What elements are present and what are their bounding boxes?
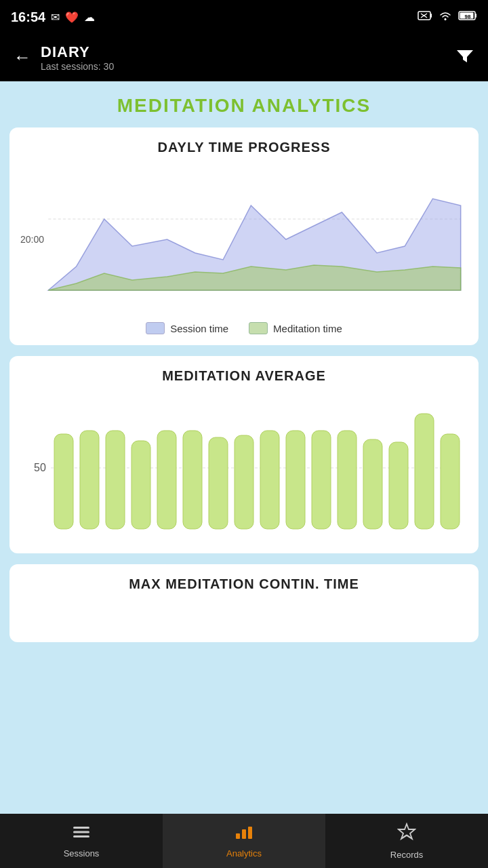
legend-session-time: Session time (146, 322, 228, 334)
status-bar: 16:54 ✉ ❤️ ☁ 98 (0, 0, 488, 34)
chart-legend: Session time Meditation time (20, 322, 468, 334)
max-meditation-title: MAX MEDITATION CONTIN. TIME (20, 576, 468, 592)
filter-button[interactable] (455, 46, 474, 69)
status-left: 16:54 ✉ ❤️ ☁ (11, 9, 95, 25)
svg-rect-15 (106, 431, 125, 529)
max-meditation-card: MAX MEDITATION CONTIN. TIME (9, 564, 479, 642)
svg-rect-30 (73, 831, 89, 833)
y-axis-label: 20:00 (20, 234, 44, 245)
svg-rect-32 (236, 833, 240, 839)
svg-point-4 (445, 18, 447, 20)
svg-marker-9 (457, 50, 473, 62)
svg-rect-14 (80, 431, 99, 529)
area-chart-container: 20:00 (20, 165, 468, 314)
messenger-icon: ✉ (51, 11, 60, 24)
records-icon (397, 823, 416, 846)
records-label: Records (390, 850, 423, 860)
svg-rect-18 (183, 431, 202, 529)
svg-rect-25 (363, 439, 382, 529)
back-button[interactable]: ← (14, 47, 31, 68)
svg-rect-16 (131, 441, 150, 529)
bar-chart-container: 50 (20, 393, 468, 542)
svg-rect-26 (389, 442, 408, 529)
svg-text:98: 98 (465, 14, 471, 20)
header-title-group: DIARY Last sessions: 30 (41, 43, 114, 72)
daily-time-progress-title: DAYLY TIME PROGRESS (20, 140, 468, 155)
main-content: MEDITATION ANALYTICS DAYLY TIME PROGRESS… (0, 81, 488, 814)
sessions-label: Sessions (64, 848, 100, 859)
meditation-average-card: MEDITATION AVERAGE 50 (9, 356, 479, 553)
svg-rect-1 (430, 14, 432, 18)
cloud-icon: ☁ (84, 11, 95, 24)
svg-rect-19 (209, 437, 228, 529)
svg-rect-27 (415, 414, 434, 529)
meditation-average-title: MEDITATION AVERAGE (20, 368, 468, 384)
header-subtitle: Last sessions: 30 (41, 61, 114, 72)
svg-marker-35 (399, 824, 415, 839)
daily-time-progress-card: DAYLY TIME PROGRESS 20:00 Session time M… (9, 127, 479, 345)
battery-x-icon (418, 9, 432, 24)
legend-blue-box (146, 322, 165, 334)
status-time: 16:54 (11, 9, 45, 25)
area-chart-svg (20, 165, 468, 300)
section-title: MEDITATION ANALYTICS (9, 95, 479, 117)
svg-rect-22 (286, 431, 305, 529)
nav-sessions[interactable]: Sessions (0, 814, 163, 868)
analytics-label: Analytics (226, 848, 262, 859)
nav-analytics[interactable]: Analytics (163, 814, 325, 868)
nav-records[interactable]: Records (325, 814, 488, 868)
bottom-nav: Sessions Analytics Records (0, 814, 488, 868)
sessions-icon (72, 824, 91, 845)
svg-rect-6 (475, 14, 476, 18)
header-left: ← DIARY Last sessions: 30 (14, 43, 114, 72)
svg-rect-24 (338, 431, 357, 529)
svg-rect-31 (73, 835, 89, 837)
svg-rect-28 (441, 434, 460, 529)
heart-rate-icon: ❤️ (65, 11, 79, 24)
svg-rect-13 (54, 434, 73, 529)
svg-rect-34 (248, 827, 252, 839)
bar-chart-svg: 50 (20, 393, 468, 536)
status-right-icons: 98 (418, 9, 477, 24)
header-title: DIARY (41, 43, 114, 61)
analytics-icon (235, 824, 253, 845)
legend-meditation-label: Meditation time (273, 323, 342, 334)
legend-green-box (249, 322, 268, 334)
svg-text:50: 50 (34, 462, 46, 473)
svg-rect-29 (73, 827, 89, 829)
header: ← DIARY Last sessions: 30 (0, 34, 488, 81)
legend-session-label: Session time (170, 323, 228, 334)
svg-rect-21 (260, 431, 279, 529)
svg-rect-20 (235, 435, 253, 529)
svg-rect-33 (242, 829, 246, 839)
svg-rect-17 (157, 431, 176, 529)
battery-level-icon: 98 (458, 10, 477, 24)
svg-rect-23 (312, 431, 331, 529)
wifi-icon (438, 9, 453, 24)
legend-meditation-time: Meditation time (249, 322, 342, 334)
